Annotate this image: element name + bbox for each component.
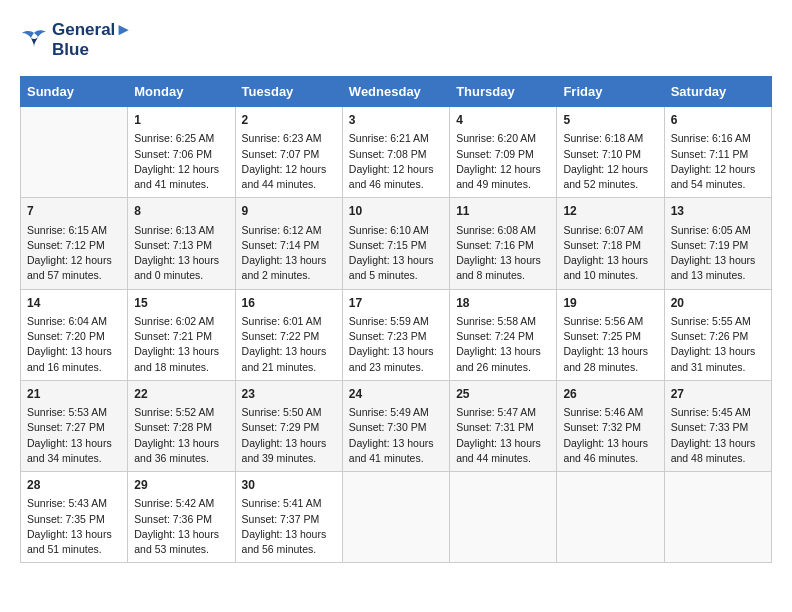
calendar-header-monday: Monday xyxy=(128,77,235,107)
calendar-header-thursday: Thursday xyxy=(450,77,557,107)
day-info: Sunrise: 6:23 AM Sunset: 7:07 PM Dayligh… xyxy=(242,131,336,192)
calendar-cell: 1Sunrise: 6:25 AM Sunset: 7:06 PM Daylig… xyxy=(128,107,235,198)
day-number: 10 xyxy=(349,203,443,220)
day-number: 21 xyxy=(27,386,121,403)
calendar-cell xyxy=(450,472,557,563)
calendar-cell xyxy=(342,472,449,563)
day-info: Sunrise: 6:10 AM Sunset: 7:15 PM Dayligh… xyxy=(349,223,443,284)
day-number: 18 xyxy=(456,295,550,312)
calendar-cell: 21Sunrise: 5:53 AM Sunset: 7:27 PM Dayli… xyxy=(21,380,128,471)
day-number: 24 xyxy=(349,386,443,403)
day-number: 27 xyxy=(671,386,765,403)
calendar-cell: 13Sunrise: 6:05 AM Sunset: 7:19 PM Dayli… xyxy=(664,198,771,289)
calendar-cell xyxy=(557,472,664,563)
day-number: 8 xyxy=(134,203,228,220)
day-number: 2 xyxy=(242,112,336,129)
day-info: Sunrise: 6:13 AM Sunset: 7:13 PM Dayligh… xyxy=(134,223,228,284)
day-info: Sunrise: 5:58 AM Sunset: 7:24 PM Dayligh… xyxy=(456,314,550,375)
day-info: Sunrise: 5:49 AM Sunset: 7:30 PM Dayligh… xyxy=(349,405,443,466)
calendar-cell: 30Sunrise: 5:41 AM Sunset: 7:37 PM Dayli… xyxy=(235,472,342,563)
day-number: 4 xyxy=(456,112,550,129)
day-info: Sunrise: 5:56 AM Sunset: 7:25 PM Dayligh… xyxy=(563,314,657,375)
calendar-header-row: SundayMondayTuesdayWednesdayThursdayFrid… xyxy=(21,77,772,107)
calendar-header-wednesday: Wednesday xyxy=(342,77,449,107)
day-info: Sunrise: 5:41 AM Sunset: 7:37 PM Dayligh… xyxy=(242,496,336,557)
calendar-week-row: 14Sunrise: 6:04 AM Sunset: 7:20 PM Dayli… xyxy=(21,289,772,380)
day-number: 16 xyxy=(242,295,336,312)
calendar-cell: 10Sunrise: 6:10 AM Sunset: 7:15 PM Dayli… xyxy=(342,198,449,289)
day-number: 1 xyxy=(134,112,228,129)
day-info: Sunrise: 6:25 AM Sunset: 7:06 PM Dayligh… xyxy=(134,131,228,192)
calendar-cell: 17Sunrise: 5:59 AM Sunset: 7:23 PM Dayli… xyxy=(342,289,449,380)
day-number: 17 xyxy=(349,295,443,312)
day-info: Sunrise: 6:05 AM Sunset: 7:19 PM Dayligh… xyxy=(671,223,765,284)
calendar-cell: 28Sunrise: 5:43 AM Sunset: 7:35 PM Dayli… xyxy=(21,472,128,563)
day-info: Sunrise: 5:53 AM Sunset: 7:27 PM Dayligh… xyxy=(27,405,121,466)
calendar-cell: 27Sunrise: 5:45 AM Sunset: 7:33 PM Dayli… xyxy=(664,380,771,471)
day-info: Sunrise: 6:15 AM Sunset: 7:12 PM Dayligh… xyxy=(27,223,121,284)
day-info: Sunrise: 5:46 AM Sunset: 7:32 PM Dayligh… xyxy=(563,405,657,466)
calendar-header-saturday: Saturday xyxy=(664,77,771,107)
calendar-cell: 23Sunrise: 5:50 AM Sunset: 7:29 PM Dayli… xyxy=(235,380,342,471)
calendar-cell: 18Sunrise: 5:58 AM Sunset: 7:24 PM Dayli… xyxy=(450,289,557,380)
day-number: 22 xyxy=(134,386,228,403)
day-info: Sunrise: 6:16 AM Sunset: 7:11 PM Dayligh… xyxy=(671,131,765,192)
day-number: 23 xyxy=(242,386,336,403)
day-number: 25 xyxy=(456,386,550,403)
day-number: 14 xyxy=(27,295,121,312)
day-info: Sunrise: 5:43 AM Sunset: 7:35 PM Dayligh… xyxy=(27,496,121,557)
day-info: Sunrise: 5:50 AM Sunset: 7:29 PM Dayligh… xyxy=(242,405,336,466)
calendar-cell: 20Sunrise: 5:55 AM Sunset: 7:26 PM Dayli… xyxy=(664,289,771,380)
calendar-cell: 24Sunrise: 5:49 AM Sunset: 7:30 PM Dayli… xyxy=(342,380,449,471)
calendar-table: SundayMondayTuesdayWednesdayThursdayFrid… xyxy=(20,76,772,563)
calendar-cell: 15Sunrise: 6:02 AM Sunset: 7:21 PM Dayli… xyxy=(128,289,235,380)
calendar-cell: 11Sunrise: 6:08 AM Sunset: 7:16 PM Dayli… xyxy=(450,198,557,289)
calendar-cell: 19Sunrise: 5:56 AM Sunset: 7:25 PM Dayli… xyxy=(557,289,664,380)
day-info: Sunrise: 6:12 AM Sunset: 7:14 PM Dayligh… xyxy=(242,223,336,284)
day-number: 29 xyxy=(134,477,228,494)
day-info: Sunrise: 6:07 AM Sunset: 7:18 PM Dayligh… xyxy=(563,223,657,284)
calendar-week-row: 28Sunrise: 5:43 AM Sunset: 7:35 PM Dayli… xyxy=(21,472,772,563)
calendar-week-row: 7Sunrise: 6:15 AM Sunset: 7:12 PM Daylig… xyxy=(21,198,772,289)
day-number: 20 xyxy=(671,295,765,312)
day-number: 3 xyxy=(349,112,443,129)
day-info: Sunrise: 6:20 AM Sunset: 7:09 PM Dayligh… xyxy=(456,131,550,192)
calendar-week-row: 21Sunrise: 5:53 AM Sunset: 7:27 PM Dayli… xyxy=(21,380,772,471)
calendar-cell: 29Sunrise: 5:42 AM Sunset: 7:36 PM Dayli… xyxy=(128,472,235,563)
day-info: Sunrise: 5:55 AM Sunset: 7:26 PM Dayligh… xyxy=(671,314,765,375)
calendar-cell: 26Sunrise: 5:46 AM Sunset: 7:32 PM Dayli… xyxy=(557,380,664,471)
day-info: Sunrise: 6:21 AM Sunset: 7:08 PM Dayligh… xyxy=(349,131,443,192)
calendar-header-sunday: Sunday xyxy=(21,77,128,107)
day-number: 15 xyxy=(134,295,228,312)
calendar-cell xyxy=(21,107,128,198)
calendar-cell: 6Sunrise: 6:16 AM Sunset: 7:11 PM Daylig… xyxy=(664,107,771,198)
day-info: Sunrise: 6:01 AM Sunset: 7:22 PM Dayligh… xyxy=(242,314,336,375)
calendar-cell: 9Sunrise: 6:12 AM Sunset: 7:14 PM Daylig… xyxy=(235,198,342,289)
page-header: General► Blue xyxy=(20,20,772,60)
day-number: 26 xyxy=(563,386,657,403)
day-info: Sunrise: 6:04 AM Sunset: 7:20 PM Dayligh… xyxy=(27,314,121,375)
day-number: 5 xyxy=(563,112,657,129)
day-number: 9 xyxy=(242,203,336,220)
day-number: 6 xyxy=(671,112,765,129)
calendar-header-tuesday: Tuesday xyxy=(235,77,342,107)
calendar-cell: 14Sunrise: 6:04 AM Sunset: 7:20 PM Dayli… xyxy=(21,289,128,380)
day-number: 12 xyxy=(563,203,657,220)
calendar-cell: 12Sunrise: 6:07 AM Sunset: 7:18 PM Dayli… xyxy=(557,198,664,289)
calendar-cell: 2Sunrise: 6:23 AM Sunset: 7:07 PM Daylig… xyxy=(235,107,342,198)
day-info: Sunrise: 6:02 AM Sunset: 7:21 PM Dayligh… xyxy=(134,314,228,375)
calendar-cell: 4Sunrise: 6:20 AM Sunset: 7:09 PM Daylig… xyxy=(450,107,557,198)
day-number: 28 xyxy=(27,477,121,494)
calendar-cell: 22Sunrise: 5:52 AM Sunset: 7:28 PM Dayli… xyxy=(128,380,235,471)
day-number: 11 xyxy=(456,203,550,220)
calendar-cell: 25Sunrise: 5:47 AM Sunset: 7:31 PM Dayli… xyxy=(450,380,557,471)
logo-text: General► Blue xyxy=(52,20,132,60)
day-info: Sunrise: 5:42 AM Sunset: 7:36 PM Dayligh… xyxy=(134,496,228,557)
day-info: Sunrise: 5:59 AM Sunset: 7:23 PM Dayligh… xyxy=(349,314,443,375)
calendar-week-row: 1Sunrise: 6:25 AM Sunset: 7:06 PM Daylig… xyxy=(21,107,772,198)
calendar-header-friday: Friday xyxy=(557,77,664,107)
day-info: Sunrise: 6:18 AM Sunset: 7:10 PM Dayligh… xyxy=(563,131,657,192)
calendar-cell: 7Sunrise: 6:15 AM Sunset: 7:12 PM Daylig… xyxy=(21,198,128,289)
day-info: Sunrise: 6:08 AM Sunset: 7:16 PM Dayligh… xyxy=(456,223,550,284)
calendar-cell: 16Sunrise: 6:01 AM Sunset: 7:22 PM Dayli… xyxy=(235,289,342,380)
